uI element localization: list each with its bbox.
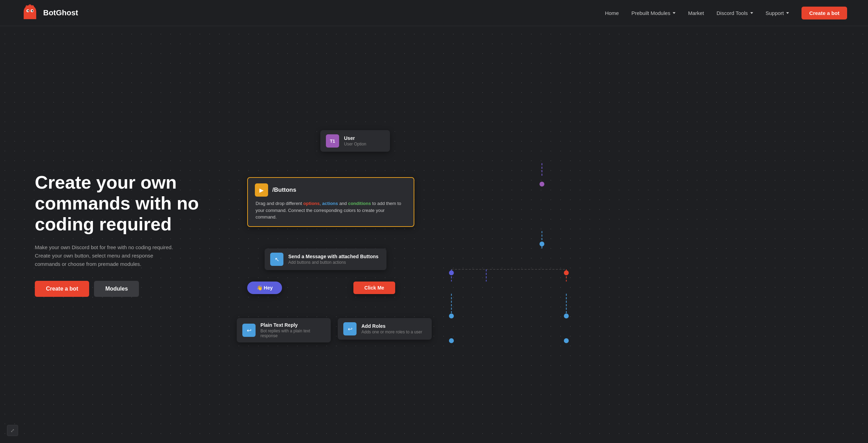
chevron-down-icon bbox=[750, 12, 753, 14]
reply-card-icon: ↩ bbox=[242, 324, 256, 337]
send-card-title: Send a Message with attached Buttons bbox=[288, 254, 378, 259]
user-card-content: User User Option bbox=[344, 135, 366, 147]
roles-card-desc: Adds one or more roles to a user bbox=[361, 330, 422, 334]
nav-link-prebuilt[interactable]: Prebuilt Modules bbox=[631, 10, 675, 16]
hero-subtitle: Make your own Discord bot for free with … bbox=[35, 243, 174, 268]
nav-link-discord-tools[interactable]: Discord Tools bbox=[717, 10, 753, 16]
add-roles-card: ↩ Add Roles Adds one or more roles to a … bbox=[338, 318, 432, 340]
nav-item-market[interactable]: Market bbox=[688, 10, 704, 16]
clickme-button-card[interactable]: Click Me bbox=[353, 282, 395, 294]
nav-cta-button[interactable]: Create a bot bbox=[801, 7, 847, 19]
user-icon-label: T1 bbox=[330, 139, 335, 144]
navbar: BotGhost Home Prebuilt Modules Market Di… bbox=[0, 0, 868, 26]
expand-button[interactable]: ⤢ bbox=[7, 425, 18, 436]
reply-card-content: Plain Text Reply Bot replies with a plai… bbox=[260, 322, 325, 338]
modules-button[interactable]: Modules bbox=[94, 281, 139, 297]
buttons-card-icon: ▶ bbox=[255, 183, 268, 197]
svg-point-23 bbox=[449, 338, 454, 343]
buttons-card-body: Drag and drop different options, actions… bbox=[255, 200, 407, 221]
chevron-down-icon bbox=[786, 12, 789, 14]
reply-icon-label: ↩ bbox=[247, 327, 251, 334]
hero-buttons: Create a bot Modules bbox=[35, 281, 216, 297]
roles-icon-label: ↩ bbox=[348, 326, 352, 332]
nav-item-discord-tools[interactable]: Discord Tools bbox=[717, 10, 753, 16]
hey-label: 👋 Hey bbox=[257, 285, 273, 291]
nav-cta-item[interactable]: Create a bot bbox=[801, 7, 847, 19]
svg-point-21 bbox=[449, 314, 454, 318]
nav-link-support[interactable]: Support bbox=[766, 10, 789, 16]
nav-links: Home Prebuilt Modules Market Discord Too… bbox=[605, 7, 847, 19]
nav-item-prebuilt[interactable]: Prebuilt Modules bbox=[631, 10, 675, 16]
svg-point-17 bbox=[540, 182, 545, 187]
send-icon-label: ↖ bbox=[275, 256, 279, 263]
send-card-icon: ↖ bbox=[270, 253, 283, 266]
buttons-card-title: /Buttons bbox=[272, 187, 296, 193]
expand-icon: ⤢ bbox=[10, 428, 15, 433]
svg-point-22 bbox=[564, 314, 569, 318]
hero-left: Create your own commands with no coding … bbox=[35, 172, 216, 296]
buttons-card: ▶ /Buttons Drag and drop different optio… bbox=[247, 177, 414, 227]
buttons-card-header: ▶ /Buttons bbox=[255, 183, 296, 197]
user-card-title: User bbox=[344, 135, 366, 141]
logo-icon bbox=[21, 4, 39, 22]
hero-title: Create your own commands with no coding … bbox=[35, 172, 216, 235]
chevron-down-icon bbox=[673, 12, 675, 14]
buttons-icon-label: ▶ bbox=[259, 187, 264, 193]
nav-link-market[interactable]: Market bbox=[688, 10, 704, 16]
roles-card-icon: ↩ bbox=[343, 322, 357, 335]
svg-point-24 bbox=[564, 338, 569, 343]
logo-text: BotGhost bbox=[43, 8, 78, 17]
create-bot-button[interactable]: Create a bot bbox=[35, 281, 89, 297]
user-card: T1 User User Option bbox=[320, 130, 390, 152]
clickme-label: Click Me bbox=[365, 285, 384, 291]
roles-card-title: Add Roles bbox=[361, 323, 422, 329]
nav-link-home[interactable]: Home bbox=[605, 10, 619, 16]
send-card-desc: Add buttons and button actions bbox=[288, 260, 378, 265]
logo[interactable]: BotGhost bbox=[21, 4, 78, 22]
roles-card-content: Add Roles Adds one or more roles to a us… bbox=[361, 323, 422, 334]
plain-text-reply-card: ↩ Plain Text Reply Bot replies with a pl… bbox=[237, 318, 331, 342]
options-label: options bbox=[303, 201, 320, 206]
hero-section: Create your own commands with no coding … bbox=[0, 26, 868, 443]
user-card-desc: User Option bbox=[344, 142, 366, 147]
nav-item-home[interactable]: Home bbox=[605, 10, 619, 16]
user-card-icon: T1 bbox=[326, 134, 339, 148]
svg-point-6 bbox=[32, 10, 33, 11]
reply-card-desc: Bot replies with a plain text response bbox=[260, 329, 325, 338]
conditions-label: conditions bbox=[348, 201, 371, 206]
actions-label: actions bbox=[322, 201, 338, 206]
diagram-connectors bbox=[230, 123, 847, 346]
svg-point-20 bbox=[564, 270, 569, 275]
reply-card-title: Plain Text Reply bbox=[260, 322, 325, 328]
svg-point-19 bbox=[449, 270, 454, 275]
nav-item-support[interactable]: Support bbox=[766, 10, 789, 16]
hey-button-card[interactable]: 👋 Hey bbox=[247, 282, 282, 294]
send-message-card: ↖ Send a Message with attached Buttons A… bbox=[265, 248, 386, 270]
hero-diagram: T1 User User Option ▶ /Buttons Drag and … bbox=[230, 123, 847, 346]
svg-point-18 bbox=[540, 242, 545, 246]
svg-point-5 bbox=[28, 10, 29, 11]
send-card-content: Send a Message with attached Buttons Add… bbox=[288, 254, 378, 265]
